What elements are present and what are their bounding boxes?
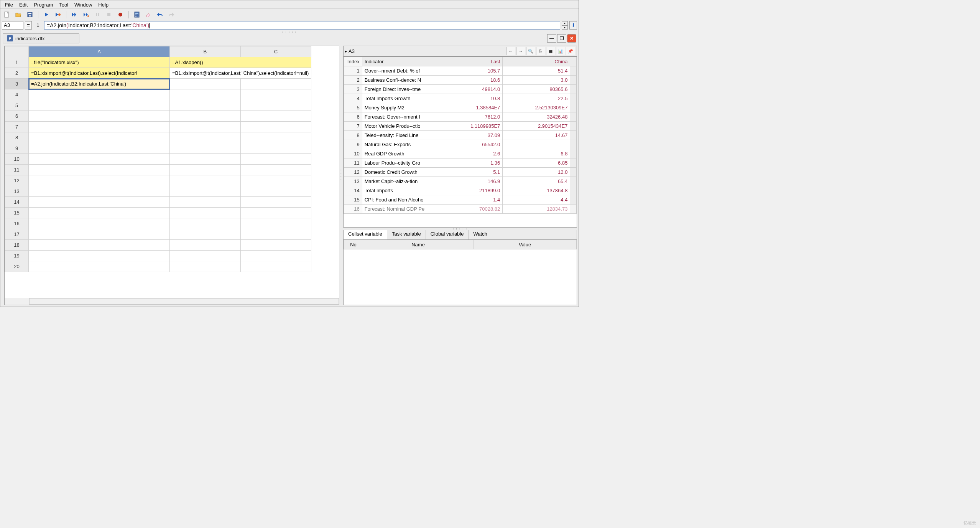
cell[interactable] <box>240 111 311 122</box>
cell[interactable] <box>170 186 241 197</box>
stop-icon[interactable] <box>105 10 113 19</box>
menu-tool[interactable]: Tool <box>56 1 71 8</box>
debug-icon[interactable] <box>54 10 62 19</box>
cell[interactable] <box>240 122 311 132</box>
cell[interactable] <box>29 261 170 272</box>
result-row[interactable]: 2Business Confi--dence: N18.63.0 <box>344 76 577 85</box>
cell[interactable] <box>29 100 170 111</box>
nav-back-icon[interactable]: ← <box>506 47 515 55</box>
cell-b1[interactable]: =A1.xlsopen() <box>170 57 311 68</box>
cell[interactable] <box>29 122 170 132</box>
cell[interactable] <box>170 251 241 261</box>
result-row[interactable]: 9Natural Gas: Exports65542.0 <box>344 140 577 149</box>
cell[interactable] <box>29 197 170 208</box>
cell[interactable] <box>170 143 241 154</box>
cell[interactable] <box>170 89 241 100</box>
splitter-right[interactable]: : : : : <box>340 44 342 307</box>
result-row[interactable]: 3Foreign Direct Inves--tme49814.080365.6 <box>344 85 577 94</box>
menu-program[interactable]: Program <box>31 1 56 8</box>
cell[interactable] <box>170 132 241 143</box>
result-col-index[interactable]: Index <box>344 57 362 66</box>
menu-window[interactable]: Window <box>71 1 95 8</box>
result-scroll-col[interactable] <box>570 57 577 66</box>
row-header[interactable]: 11 <box>5 165 29 175</box>
nav-forward-icon[interactable]: → <box>516 47 525 55</box>
cell[interactable] <box>240 186 311 197</box>
cell[interactable] <box>29 143 170 154</box>
formula-stepper[interactable]: ▲▼ <box>562 21 568 30</box>
calculator-icon[interactable] <box>133 10 141 19</box>
cell[interactable] <box>170 122 241 132</box>
cell[interactable] <box>170 197 241 208</box>
cell[interactable] <box>170 100 241 111</box>
result-col-indicator[interactable]: Indicator <box>362 57 435 66</box>
result-row[interactable]: 6Forecast: Gover--nment I7612.032426.48 <box>344 112 577 122</box>
cell[interactable] <box>240 165 311 175</box>
menu-file[interactable]: File <box>2 1 16 8</box>
cell-c3[interactable] <box>240 79 311 89</box>
row-header[interactable]: 6 <box>5 111 29 122</box>
result-row[interactable]: 13Market Capit--aliz-a-tion146.965.4 <box>344 177 577 186</box>
row-header[interactable]: 18 <box>5 240 29 251</box>
result-row[interactable]: 7Motor Vehicle Produ--ctio1.1189985E72.9… <box>344 122 577 131</box>
result-row[interactable]: 5Money Supply M21.38584E72.52130309E7 <box>344 103 577 112</box>
cell[interactable] <box>29 89 170 100</box>
cell-a1[interactable]: =file("Indicators.xlsx") <box>29 57 170 68</box>
formula-dropdown-icon[interactable]: ⬇ <box>569 21 577 30</box>
cell[interactable] <box>170 218 241 229</box>
result-col-last[interactable]: Last <box>435 57 503 66</box>
cell-b2[interactable]: =B1.xlsimport@t(Indicator,Last;"China").… <box>170 68 311 79</box>
chart-icon[interactable]: 📊 <box>556 47 565 55</box>
cell[interactable] <box>29 175 170 186</box>
row-header[interactable]: 19 <box>5 251 29 261</box>
result-row[interactable]: 14Total Imports211899.0137864.8 <box>344 186 577 195</box>
row-header[interactable]: 12 <box>5 175 29 186</box>
var-col-name[interactable]: Name <box>363 240 474 249</box>
cell[interactable] <box>240 251 311 261</box>
result-row[interactable]: 10Real GDP Growth2.66.8 <box>344 149 577 158</box>
cell[interactable] <box>240 197 311 208</box>
cell[interactable] <box>170 208 241 218</box>
cell[interactable] <box>29 111 170 122</box>
var-col-no[interactable]: No <box>344 240 363 249</box>
pause-icon[interactable] <box>93 10 102 19</box>
row-header[interactable]: 17 <box>5 229 29 240</box>
row-header[interactable]: 10 <box>5 154 29 165</box>
cell[interactable] <box>240 218 311 229</box>
splitter-left[interactable]: : : : : <box>0 44 3 307</box>
redo-icon[interactable] <box>167 10 176 19</box>
result-row[interactable]: 15CPI: Food and Non Alcoho1.44.4 <box>344 195 577 205</box>
open-file-icon[interactable] <box>14 10 23 19</box>
step-over-icon[interactable] <box>70 10 79 19</box>
cell-a3[interactable]: =A2.join(Indicator,B2:Indicator,Last:'Ch… <box>29 79 170 89</box>
cell[interactable] <box>29 165 170 175</box>
tab-watch[interactable]: Watch <box>469 230 492 239</box>
cell[interactable] <box>170 154 241 165</box>
new-file-icon[interactable] <box>3 10 11 19</box>
result-row[interactable]: 8Teled--ensity: Fixed Line37.0914.67 <box>344 131 577 140</box>
cell[interactable] <box>29 218 170 229</box>
result-row[interactable]: 16Forecast: Nominal GDP Pe70028.8212834.… <box>344 205 577 214</box>
expand-icon[interactable]: ▸ <box>345 49 347 53</box>
cell-reference-input[interactable] <box>2 21 23 30</box>
cell[interactable] <box>170 261 241 272</box>
cell[interactable] <box>29 229 170 240</box>
row-header[interactable]: 15 <box>5 208 29 218</box>
close-icon[interactable]: ✕ <box>567 34 576 43</box>
row-header[interactable]: 4 <box>5 89 29 100</box>
minimize-icon[interactable]: — <box>547 34 556 43</box>
cell[interactable] <box>170 111 241 122</box>
formula-input[interactable]: =A2.join(Indicator,B2:Indicator,Last:'Ch… <box>44 21 560 30</box>
cell[interactable] <box>240 208 311 218</box>
cell[interactable] <box>240 261 311 272</box>
result-row[interactable]: 11Labour Produ--ctivity Gro1.366.85 <box>344 158 577 168</box>
cell[interactable] <box>170 165 241 175</box>
menu-help[interactable]: Help <box>95 1 112 8</box>
cell-b3[interactable] <box>170 79 241 89</box>
cell[interactable] <box>29 240 170 251</box>
copy-icon[interactable]: ⎘ <box>536 47 545 55</box>
result-col-china[interactable]: China <box>503 57 570 66</box>
row-header[interactable]: 7 <box>5 122 29 132</box>
cell[interactable] <box>240 89 311 100</box>
maximize-icon[interactable]: ❐ <box>557 34 566 43</box>
